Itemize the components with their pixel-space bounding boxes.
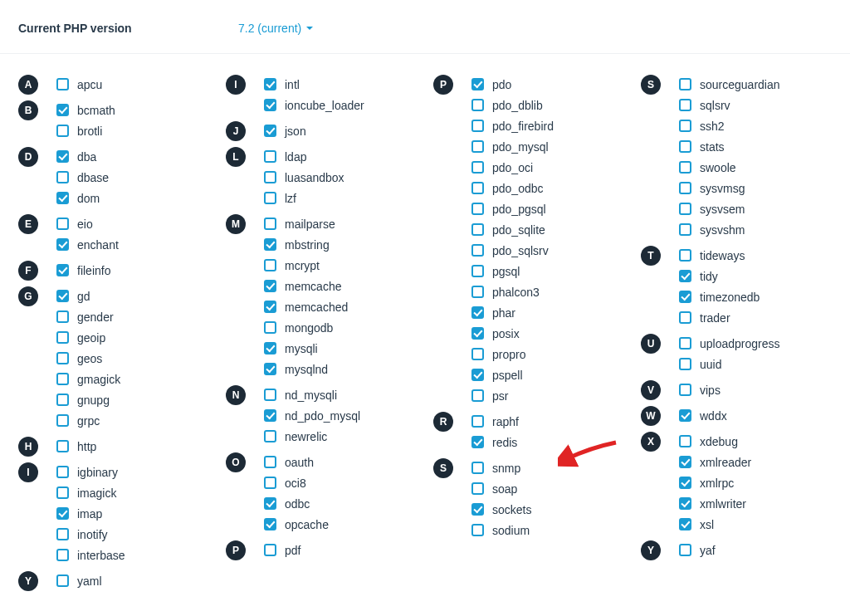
extension-row: propro [471, 344, 633, 364]
extension-label: lzf [285, 192, 296, 205]
extension-checkbox[interactable] [471, 436, 484, 448]
extension-checkbox[interactable] [471, 99, 484, 111]
extension-checkbox[interactable] [264, 321, 276, 334]
extension-checkbox[interactable] [264, 544, 276, 556]
extension-checkbox[interactable] [471, 244, 484, 257]
extension-checkbox[interactable] [56, 466, 69, 478]
extension-checkbox[interactable] [264, 409, 276, 422]
header: Current PHP version 7.2 (current) [0, 0, 850, 53]
extension-checkbox[interactable] [56, 574, 69, 587]
extension-label: geos [77, 352, 102, 365]
extension-checkbox[interactable] [56, 150, 69, 163]
extension-checkbox[interactable] [471, 462, 484, 474]
extension-row: pdo_dblib [471, 95, 633, 115]
extension-checkbox[interactable] [56, 238, 69, 251]
extension-checkbox[interactable] [264, 497, 276, 510]
extension-checkbox[interactable] [56, 290, 69, 302]
extension-checkbox[interactable] [679, 78, 691, 90]
extension-checkbox[interactable] [679, 409, 691, 422]
extension-checkbox[interactable] [56, 373, 69, 385]
extension-checkbox[interactable] [471, 524, 484, 536]
extension-checkbox[interactable] [679, 182, 691, 194]
extension-checkbox[interactable] [264, 125, 276, 137]
extension-row: geos [56, 348, 217, 369]
extension-checkbox[interactable] [679, 99, 691, 111]
extension-checkbox[interactable] [264, 301, 276, 313]
extension-checkbox[interactable] [264, 78, 276, 90]
extension-checkbox[interactable] [471, 415, 484, 428]
extension-checkbox[interactable] [56, 171, 69, 183]
extension-checkbox[interactable] [679, 203, 691, 215]
extension-checkbox[interactable] [679, 337, 691, 350]
extension-label: mysqlnd [285, 363, 328, 376]
extension-checkbox[interactable] [264, 238, 276, 251]
extension-checkbox[interactable] [264, 342, 276, 354]
extension-checkbox[interactable] [471, 182, 484, 194]
extension-checkbox[interactable] [56, 331, 69, 344]
extension-checkbox[interactable] [679, 270, 691, 282]
extension-checkbox[interactable] [56, 310, 69, 323]
extension-checkbox[interactable] [264, 456, 276, 468]
extension-checkbox[interactable] [679, 477, 691, 489]
extension-checkbox[interactable] [679, 497, 691, 510]
extension-checkbox[interactable] [264, 389, 276, 401]
extension-checkbox[interactable] [56, 352, 69, 364]
extension-checkbox[interactable] [264, 150, 276, 163]
extension-checkbox[interactable] [56, 218, 69, 230]
extension-checkbox[interactable] [679, 311, 691, 324]
extension-checkbox[interactable] [56, 104, 69, 116]
php-version-dropdown[interactable]: 7.2 (current) [238, 22, 313, 35]
extension-checkbox[interactable] [56, 394, 69, 406]
extension-checkbox[interactable] [471, 369, 484, 381]
extension-checkbox[interactable] [471, 389, 484, 402]
extension-checkbox[interactable] [679, 384, 691, 396]
extension-checkbox[interactable] [679, 120, 691, 132]
extension-checkbox[interactable] [264, 171, 276, 183]
extension-label: phar [492, 306, 515, 320]
extension-checkbox[interactable] [56, 440, 69, 452]
extension-checkbox[interactable] [56, 192, 69, 204]
extension-checkbox[interactable] [56, 549, 69, 561]
extension-checkbox[interactable] [56, 78, 69, 90]
extension-checkbox[interactable] [471, 223, 484, 236]
extension-checkbox[interactable] [679, 291, 691, 303]
extension-label: oauth [285, 456, 314, 469]
extension-checkbox[interactable] [679, 161, 691, 174]
extension-checkbox[interactable] [56, 414, 69, 427]
extension-checkbox[interactable] [471, 140, 484, 153]
extension-checkbox[interactable] [264, 259, 276, 271]
extension-checkbox[interactable] [264, 363, 276, 375]
extension-checkbox[interactable] [56, 125, 69, 137]
extension-checkbox[interactable] [471, 161, 484, 174]
extension-checkbox[interactable] [679, 435, 691, 447]
extension-checkbox[interactable] [264, 218, 276, 230]
extension-checkbox[interactable] [471, 203, 484, 215]
extension-checkbox[interactable] [679, 544, 691, 556]
extension-checkbox[interactable] [679, 518, 691, 530]
extension-checkbox[interactable] [264, 280, 276, 292]
extension-checkbox[interactable] [471, 348, 484, 360]
extension-checkbox[interactable] [471, 503, 484, 516]
extension-checkbox[interactable] [264, 99, 276, 111]
extension-checkbox[interactable] [56, 528, 69, 540]
extension-checkbox[interactable] [471, 265, 484, 277]
extension-checkbox[interactable] [471, 327, 484, 340]
extension-checkbox[interactable] [679, 456, 691, 468]
extension-checkbox[interactable] [679, 249, 691, 262]
extension-checkbox[interactable] [56, 507, 69, 520]
extension-checkbox[interactable] [471, 306, 484, 319]
extension-checkbox[interactable] [471, 482, 484, 495]
extension-checkbox[interactable] [264, 518, 276, 530]
extension-checkbox[interactable] [56, 486, 69, 499]
extension-label: snmp [492, 462, 520, 475]
extension-checkbox[interactable] [471, 78, 484, 90]
extension-checkbox[interactable] [56, 264, 69, 276]
extension-checkbox[interactable] [264, 192, 276, 204]
extension-checkbox[interactable] [471, 120, 484, 132]
extension-checkbox[interactable] [264, 477, 276, 489]
extension-checkbox[interactable] [264, 430, 276, 442]
extension-checkbox[interactable] [679, 223, 691, 236]
extension-checkbox[interactable] [679, 140, 691, 153]
extension-checkbox[interactable] [679, 358, 691, 370]
extension-checkbox[interactable] [471, 286, 484, 298]
